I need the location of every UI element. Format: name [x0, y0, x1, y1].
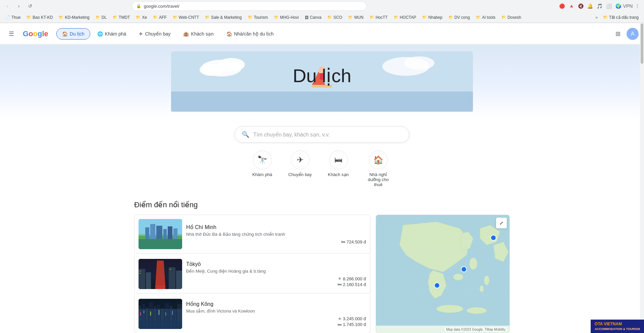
- bookmark-sco-icon: 📁: [327, 15, 332, 19]
- bookmark-sale-icon: 📁: [205, 15, 210, 19]
- google-nav: ☰ Google 🏠 Du lịch 🌐 Khám phá ✈ Chuyến b…: [0, 23, 644, 45]
- bookmark-dl-icon: 📁: [96, 15, 100, 19]
- bookmark-tourism-label: Tourism: [254, 15, 268, 20]
- destination-hotel-price-hk: 🛏 1.745.100 đ: [337, 322, 366, 327]
- cast-icon[interactable]: ⬜: [605, 2, 613, 10]
- svg-point-55: [484, 276, 489, 285]
- category-hotels-icon-wrap: 🛏: [329, 151, 348, 169]
- category-flights-icon-wrap: ✈: [291, 151, 310, 169]
- destination-card-hcm[interactable]: Hồ Chí Minh Nhà thờ Đức Bà & Bảo tàng ch…: [134, 215, 370, 254]
- bookmark-mun[interactable]: 📁 MUN: [345, 13, 366, 21]
- svg-rect-24: [155, 286, 165, 289]
- svg-rect-16: [156, 226, 162, 239]
- tab-flights[interactable]: ✈ Chuyến bay: [133, 28, 176, 40]
- bookmark-tourism[interactable]: 📁 Tourism: [245, 13, 271, 21]
- destination-name-tokyo: Tōkyō: [186, 261, 366, 267]
- notification-icon[interactable]: 🔔: [586, 2, 594, 10]
- bookmark-doxesh[interactable]: 📁 Doxesh: [499, 13, 524, 21]
- google-logo: Google: [23, 30, 48, 38]
- back-button[interactable]: ‹: [3, 1, 12, 11]
- tab-hotels[interactable]: 🏨 Khách sạn: [177, 28, 219, 40]
- bookmark-canva-icon: 🖼: [305, 15, 309, 19]
- bookmarks-bar: 📄 Thue 📁 Bao KT-KD 📁 KD-Marketing 📁 DL 📁…: [0, 12, 644, 23]
- menu-button[interactable]: ☰: [5, 28, 17, 40]
- search-icon: 🔍: [242, 131, 249, 138]
- category-hotels[interactable]: 🛏 Khách sạn: [328, 151, 349, 187]
- bookmark-nhabep[interactable]: 📁 Nhabep: [420, 13, 445, 21]
- bookmark-bao-kt-kd[interactable]: 📁 Bao KT-KD: [24, 13, 55, 21]
- tab-flights-label: Chuyến bay: [145, 31, 170, 37]
- svg-point-57: [436, 305, 463, 313]
- bookmark-nhabep-label: Nhabep: [428, 15, 442, 20]
- bookmark-all-icon: 📁: [603, 15, 608, 19]
- destination-card-hk[interactable]: Hồng Kông Mua sắm, đỉnh Victoria và Kowl…: [134, 295, 370, 333]
- svg-rect-25: [139, 269, 145, 289]
- bookmark-kd-marketing[interactable]: 📁 KD-Marketing: [56, 13, 92, 21]
- category-rentals[interactable]: 🏠 Nhà nghỉ dưỡng cho thuê: [365, 151, 392, 187]
- extension-icon-2[interactable]: 🔺: [568, 2, 576, 10]
- category-rentals-label: Nhà nghỉ dưỡng cho thuê: [365, 172, 392, 187]
- bookmark-sco[interactable]: 📁 SCO: [325, 13, 345, 21]
- svg-rect-29: [140, 271, 141, 271]
- tab-travel[interactable]: 🏠 Du lịch: [56, 28, 90, 40]
- destination-thumb-hcm: [139, 219, 182, 249]
- bookmark-web-cntt[interactable]: 📁 Web-CNTT: [170, 13, 202, 21]
- user-avatar[interactable]: A: [627, 28, 639, 40]
- tab-explore[interactable]: 🌐 Khám phá: [92, 28, 132, 40]
- flight-icon-tokyo: ✈: [338, 276, 341, 281]
- bookmark-aff-icon: 📁: [153, 15, 158, 19]
- bookmark-hoctt[interactable]: 📁 HocTT: [367, 13, 390, 21]
- bookmark-canva[interactable]: 🖼 Canva: [302, 13, 324, 21]
- bookmark-thue[interactable]: 📄 Thue: [3, 13, 23, 21]
- extension-globe[interactable]: 🌍: [614, 2, 623, 10]
- destination-thumb-tokyo: [139, 259, 182, 289]
- map-container: ⤢ Map data ©2023 Google, TMap Mobility: [376, 215, 510, 333]
- flight-price-tokyo-value: 8.266.000 đ: [343, 276, 366, 281]
- map-expand-button[interactable]: ⤢: [496, 218, 507, 228]
- bookmark-mhg-label: MHG-Hovi: [280, 15, 299, 20]
- nav-right: ⊞ A: [612, 28, 639, 40]
- bookmark-sale-marketing[interactable]: 📁 Sale & Marketing: [202, 13, 244, 21]
- bookmark-all[interactable]: 📁 Tất cả dấu trang: [600, 13, 641, 21]
- apps-grid-icon: ⊞: [615, 30, 621, 38]
- bookmark-ai-tools[interactable]: 📁 AI tools: [473, 13, 498, 21]
- svg-rect-14: [145, 227, 149, 239]
- apps-button[interactable]: ⊞: [612, 28, 624, 40]
- search-placeholder: Tìm chuyến bay, khách sạn, v.v.: [253, 131, 330, 138]
- search-bar[interactable]: 🔍 Tìm chuyến bay, khách sạn, v.v.: [235, 126, 409, 143]
- tab-travel-label: Du lịch: [70, 31, 85, 37]
- category-explore[interactable]: 🔭 Khám phá: [252, 151, 272, 187]
- bookmark-aff[interactable]: 📁 AFF: [150, 13, 169, 21]
- category-flights[interactable]: ✈ Chuyến bay: [288, 151, 312, 187]
- bookmark-mun-icon: 📁: [348, 15, 353, 19]
- bookmark-hoctt-icon: 📁: [370, 15, 374, 19]
- bookmarks-more-button[interactable]: »: [593, 15, 600, 20]
- tab-rentals[interactable]: 🏠 Nhà/căn hộ du lịch: [221, 28, 279, 40]
- bookmark-dv-cong[interactable]: 📁 DV cong: [446, 13, 473, 21]
- destinations-grid: Hồ Chí Minh Nhà thờ Đức Bà & Bảo tàng ch…: [134, 215, 510, 333]
- music-icon[interactable]: 🎵: [596, 2, 604, 10]
- ota-sub: ACCOMMODATION & TOURISM: [595, 327, 640, 331]
- bookmark-tourism-icon: 📁: [248, 15, 253, 19]
- forward-button[interactable]: ›: [14, 1, 23, 11]
- destination-card-tokyo[interactable]: Tōkyō Đền Meiji, Cung điện Hoàng gia & b…: [134, 255, 370, 293]
- bookmark-xe-icon: 📁: [136, 15, 141, 19]
- bookmark-hoctap[interactable]: 📁 HOCTAP: [391, 13, 419, 21]
- bookmark-tmdt[interactable]: 📁 TMDT: [110, 13, 132, 21]
- tab-hotels-label: Khách sạn: [191, 31, 213, 37]
- map-svg: [376, 215, 510, 326]
- address-bar[interactable]: 🔒 google.com/travel/: [132, 1, 367, 11]
- bookmark-xe[interactable]: 📁 Xe: [133, 13, 150, 21]
- svg-rect-52: [139, 321, 182, 329]
- reload-button[interactable]: ↺: [25, 1, 35, 11]
- vpn-icon[interactable]: VPN: [624, 2, 632, 10]
- bookmark-dl[interactable]: 📁 DL: [93, 13, 109, 21]
- map-credit: Map data ©2023 Google, TMap Mobility: [445, 327, 507, 332]
- svg-rect-50: [165, 312, 166, 316]
- bookmark-mhg-hovi[interactable]: 📁 MHG-Hovi: [271, 13, 302, 21]
- mute-icon[interactable]: 🔇: [577, 2, 585, 10]
- chrome-menu[interactable]: ⋮: [633, 2, 641, 10]
- extension-icon-1[interactable]: 🔴: [558, 2, 566, 10]
- svg-rect-6: [171, 92, 473, 112]
- bookmark-mun-label: MUN: [354, 15, 363, 20]
